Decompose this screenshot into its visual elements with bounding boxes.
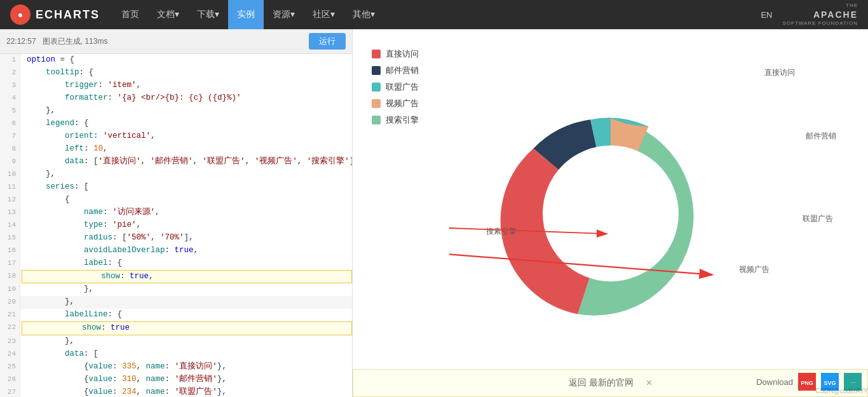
status-text: 图表已生成, 113ms: [43, 36, 108, 47]
chart-container: [353, 29, 868, 397]
logo-icon: ●: [10, 4, 31, 25]
donut-chart: [484, 86, 738, 340]
code-line-25: 25 {value: 335, name: '直接访问'},: [0, 361, 352, 373]
code-line-22: 22 show: true: [0, 321, 352, 335]
nav-item-community[interactable]: 社区▾: [304, 0, 344, 29]
chart-label-search: 搜索引擎: [486, 226, 517, 237]
chart-label-email: 邮件营销: [806, 131, 836, 142]
svg-text:SVG: SVG: [824, 380, 836, 386]
nav-right: EN THE APACHE SOFTWARE FOUNDATION: [761, 3, 858, 27]
code-line-23: 23 },: [0, 335, 352, 348]
apache-logo: THE APACHE SOFTWARE FOUNDATION: [782, 3, 858, 27]
download-png-icon[interactable]: PNG: [798, 373, 816, 391]
navbar: ● ECHARTS 首页 文档▾ 下载▾ 实例 资源▾ 社区▾ 其他▾ EN T…: [0, 0, 868, 29]
code-line-11: 11 series: [: [0, 181, 352, 194]
code-line-8: 8 left: 10,: [0, 143, 352, 156]
donut-hole: [543, 145, 679, 281]
code-line-21: 21 labelLine: {: [0, 309, 352, 321]
nav-item-examples[interactable]: 实例: [228, 0, 264, 29]
code-line-9: 9 data: ['直接访问', '邮件营销', '联盟广告', '视频广告',…: [0, 156, 352, 168]
code-line-6: 6 legend: {: [0, 118, 352, 130]
code-line-16: 16 avoidLabelOverlap: true,: [0, 245, 352, 257]
timestamp: 22:12:57: [6, 37, 36, 46]
code-line-24: 24 data: [: [0, 348, 352, 361]
code-line-4: 4 formatter: '{a} <br/>{b}: {c} ({d}%)': [0, 92, 352, 105]
toolbar: 22:12:57 图表已生成, 113ms 运行: [0, 29, 352, 54]
code-line-18: 18 show: true,: [0, 270, 352, 283]
nav-item-download[interactable]: 下载▾: [188, 0, 228, 29]
chart-panel: 直接访问 邮件营销 联盟广告 视频广告 搜索引擎: [353, 29, 868, 397]
chart-label-affiliate: 联盟广告: [803, 213, 833, 224]
code-line-19: 19 },: [0, 283, 352, 296]
code-panel: 22:12:57 图表已生成, 113ms 运行 1 option = { 2 …: [0, 29, 353, 397]
language-switch[interactable]: EN: [761, 10, 772, 20]
code-line-1: 1 option = {: [0, 54, 352, 67]
code-line-26: 26 {value: 310, name: '邮件营销'},: [0, 373, 352, 386]
code-line-7: 7 orient: 'vertical',: [0, 130, 352, 143]
code-line-2: 2 tooltip: {: [0, 67, 352, 79]
nav-item-docs[interactable]: 文档▾: [148, 0, 188, 29]
nav-item-other[interactable]: 其他▾: [344, 0, 384, 29]
code-line-13: 13 name: '访问来源',: [0, 206, 352, 219]
main-layout: 22:12:57 图表已生成, 113ms 运行 1 option = { 2 …: [0, 29, 868, 397]
chart-label-video: 视频广告: [739, 264, 770, 275]
code-line-15: 15 radius: ['50%', '70%'],: [0, 232, 352, 245]
code-editor[interactable]: 1 option = { 2 tooltip: { 3 trigger: 'it…: [0, 54, 352, 397]
nav-item-home[interactable]: 首页: [112, 0, 148, 29]
code-line-12: 12 {: [0, 194, 352, 206]
logo-text: ECHARTS: [36, 8, 100, 22]
svg-text:⋯: ⋯: [850, 380, 856, 386]
code-line-17: 17 label: {: [0, 257, 352, 270]
code-line-27: 27 {value: 234, name: '联盟广告'},: [0, 386, 352, 397]
notification-text: 返回 最新的官网: [569, 377, 634, 389]
logo[interactable]: ● ECHARTS: [10, 4, 100, 25]
notification-close[interactable]: ×: [646, 377, 652, 389]
download-label: Download: [756, 377, 793, 387]
code-line-3: 3 trigger: 'item',: [0, 79, 352, 92]
run-button[interactable]: 运行: [309, 33, 346, 50]
nav-item-resources[interactable]: 资源▾: [264, 0, 304, 29]
svg-text:PNG: PNG: [801, 380, 813, 386]
code-line-5: 5 },: [0, 105, 352, 118]
code-line-10: 10 },: [0, 168, 352, 181]
code-line-14: 14 type: 'pie',: [0, 219, 352, 232]
chart-label-direct: 直接访问: [764, 67, 795, 78]
code-line-20: 20 },: [0, 296, 352, 309]
watermark: CSDN@coderAYY: [815, 387, 868, 394]
